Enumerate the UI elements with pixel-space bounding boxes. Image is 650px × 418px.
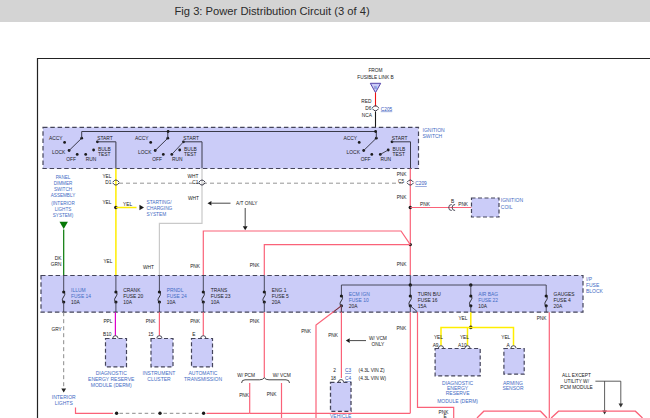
svg-text:YEL: YEL — [103, 259, 112, 264]
svg-text:(INTERIOR: (INTERIOR — [51, 201, 75, 206]
svg-text:PNK: PNK — [537, 316, 548, 321]
svg-text:STARTING/: STARTING/ — [147, 200, 173, 205]
svg-text:PNK: PNK — [328, 333, 339, 338]
svg-text:ONLY: ONLY — [372, 342, 386, 347]
svg-text:PNK: PNK — [397, 195, 408, 200]
svg-text:ACCY: ACCY — [49, 136, 63, 141]
svg-text:ENG 1: ENG 1 — [272, 288, 287, 293]
svg-text:CLUSTER: CLUSTER — [147, 376, 171, 382]
svg-text:10A: 10A — [123, 300, 132, 305]
svg-text:15: 15 — [148, 332, 154, 337]
svg-text:D1: D1 — [105, 180, 111, 185]
svg-text:W/ PCM: W/ PCM — [237, 373, 255, 378]
svg-text:YEL: YEL — [458, 316, 467, 321]
svg-text:C209: C209 — [415, 181, 427, 186]
svg-text:PNK: PNK — [420, 202, 431, 207]
svg-text:(4.3L VIN Z): (4.3L VIN Z) — [359, 368, 385, 373]
svg-text:FUSE 10: FUSE 10 — [349, 298, 369, 303]
svg-text:DK: DK — [55, 256, 62, 261]
svg-text:E: E — [444, 414, 447, 418]
svg-text:LOCK: LOCK — [138, 150, 152, 155]
svg-text:A/T ONLY: A/T ONLY — [236, 201, 258, 206]
svg-text:PRNDL: PRNDL — [167, 288, 184, 293]
svg-text:RESERVE: RESERVE — [446, 390, 470, 396]
svg-text:10A: 10A — [167, 300, 176, 305]
svg-text:FUSE 16: FUSE 16 — [418, 298, 438, 303]
svg-text:DIMMER: DIMMER — [54, 181, 73, 186]
svg-text:TEST: TEST — [393, 152, 406, 157]
svg-text:ECM IGN: ECM IGN — [349, 292, 370, 297]
svg-text:TURN B/U: TURN B/U — [418, 292, 442, 297]
svg-text:YEL: YEL — [102, 200, 111, 205]
svg-text:PNK: PNK — [397, 172, 408, 177]
svg-text:RUN: RUN — [380, 157, 391, 162]
svg-text:IGNITION: IGNITION — [501, 197, 524, 203]
svg-text:B: B — [451, 199, 454, 204]
svg-text:YEL: YEL — [460, 335, 469, 340]
svg-text:W/ VCM: W/ VCM — [369, 336, 387, 341]
svg-text:FROM: FROM — [368, 68, 382, 73]
svg-text:Fig 3: Power Distribution Circ: Fig 3: Power Distribution Circuit (3 of … — [175, 5, 370, 17]
svg-text:WHT: WHT — [188, 174, 199, 179]
svg-text:PANEL: PANEL — [56, 175, 71, 180]
svg-text:B: B — [374, 85, 377, 90]
svg-text:MODULE (DERM): MODULE (DERM) — [91, 382, 132, 388]
svg-text:C3: C3 — [345, 368, 351, 373]
svg-text:SYSTEM: SYSTEM — [147, 212, 167, 217]
svg-text:ALL EXCEPT: ALL EXCEPT — [562, 373, 591, 378]
svg-text:PNK: PNK — [458, 202, 469, 207]
svg-text:WHT: WHT — [143, 265, 154, 270]
svg-text:SYSTEM): SYSTEM) — [53, 213, 74, 218]
svg-text:OFF: OFF — [66, 157, 76, 162]
svg-text:PNK: PNK — [190, 264, 201, 269]
svg-text:RUN: RUN — [172, 157, 183, 162]
svg-text:E: E — [192, 332, 195, 337]
svg-text:W/ VCM: W/ VCM — [273, 373, 291, 378]
svg-text:CRANK: CRANK — [123, 288, 141, 293]
svg-text:PPL: PPL — [103, 319, 112, 324]
svg-text:ACCY: ACCY — [135, 136, 149, 141]
svg-text:TEST: TEST — [184, 152, 197, 157]
svg-text:FUSE 5: FUSE 5 — [272, 294, 289, 299]
svg-text:GRY: GRY — [51, 327, 62, 332]
svg-text:OFF: OFF — [152, 157, 162, 162]
svg-text:YEL: YEL — [102, 174, 111, 179]
svg-text:YEL: YEL — [123, 202, 132, 207]
svg-text:PNK: PNK — [250, 319, 261, 324]
svg-text:C1: C1 — [192, 180, 198, 185]
svg-text:TEST: TEST — [98, 152, 111, 157]
svg-text:WHT: WHT — [188, 196, 199, 201]
svg-text:BLOCK: BLOCK — [586, 288, 604, 294]
svg-text:FUSE 20: FUSE 20 — [123, 294, 143, 299]
svg-text:ILLUM: ILLUM — [71, 288, 85, 293]
svg-text:PCM MODULE: PCM MODULE — [560, 385, 593, 390]
svg-text:10A: 10A — [211, 300, 220, 305]
svg-text:C4: C4 — [345, 376, 351, 381]
svg-text:NCA: NCA — [362, 113, 373, 118]
svg-text:ACCY: ACCY — [344, 136, 358, 141]
svg-text:PNK: PNK — [396, 326, 407, 331]
svg-text:PNK: PNK — [397, 262, 408, 267]
svg-text:20A: 20A — [554, 304, 563, 309]
svg-text:10A: 10A — [478, 304, 487, 309]
svg-text:SWITCH: SWITCH — [423, 133, 443, 139]
svg-text:YEL: YEL — [501, 335, 510, 340]
svg-text:SENSOR: SENSOR — [502, 385, 524, 391]
svg-text:START: START — [183, 136, 199, 141]
svg-text:FUSE 22: FUSE 22 — [478, 298, 498, 303]
svg-text:PNK: PNK — [146, 319, 157, 324]
svg-text:FUSE 23: FUSE 23 — [211, 294, 231, 299]
svg-text:START: START — [97, 136, 113, 141]
svg-text:10A: 10A — [71, 300, 80, 305]
svg-text:FUSIBLE LINK B: FUSIBLE LINK B — [357, 75, 394, 80]
svg-text:PNK: PNK — [250, 263, 261, 268]
svg-text:SWITCH: SWITCH — [54, 187, 72, 192]
svg-text:GRN: GRN — [51, 262, 62, 267]
svg-text:LIGHTS: LIGHTS — [55, 207, 72, 212]
svg-text:FUSE 24: FUSE 24 — [167, 294, 187, 299]
svg-text:LOCK: LOCK — [347, 150, 361, 155]
svg-text:B10: B10 — [103, 332, 112, 337]
svg-text:TRANS: TRANS — [211, 288, 228, 293]
svg-text:LOCK: LOCK — [52, 150, 66, 155]
svg-text:20A: 20A — [272, 300, 281, 305]
